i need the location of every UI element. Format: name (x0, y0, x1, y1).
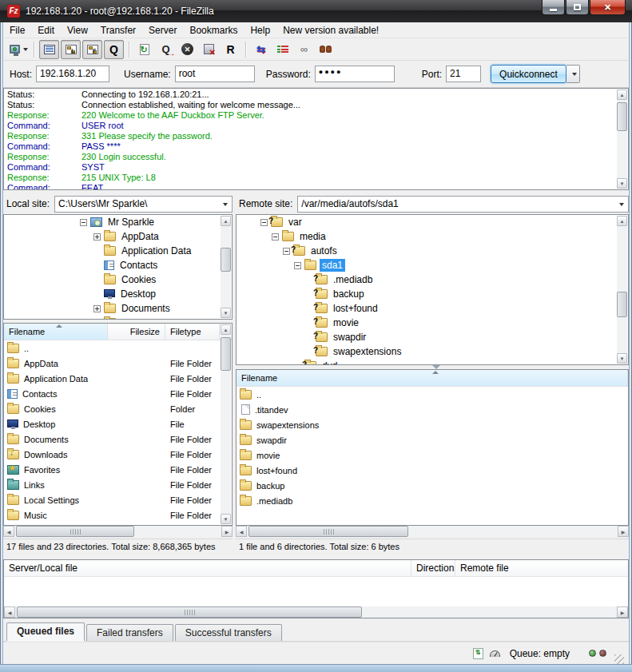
list-item[interactable]: swapextensions (237, 417, 628, 432)
tree-label[interactable]: Mr Sparkle (105, 216, 157, 229)
tree-row[interactable]: Application Data (4, 244, 232, 258)
tree-label[interactable]: Desktop (118, 288, 158, 300)
list-item[interactable]: backup (237, 478, 628, 493)
tree-row[interactable]: var (237, 215, 628, 229)
close-button[interactable]: ✕ (590, 0, 626, 15)
scroll-right-icon[interactable]: ▶ (617, 606, 628, 618)
tree-row[interactable]: Documents (4, 301, 232, 316)
scroll-right-icon[interactable]: ▶ (221, 526, 233, 537)
scrollbar-thumb[interactable] (248, 526, 408, 537)
tab-failed-transfers[interactable]: Failed transfers (86, 624, 173, 641)
collapse-icon[interactable] (283, 248, 290, 255)
scroll-left-icon[interactable]: ◀ (4, 606, 15, 618)
toggle-message-log-button[interactable] (39, 40, 59, 59)
scroll-down-icon[interactable]: ▼ (617, 353, 627, 364)
column-header-filename[interactable]: Filename (237, 370, 628, 386)
menu-item-new-version-available[interactable]: New version available! (276, 23, 385, 38)
maximize-button[interactable] (566, 0, 589, 15)
tree-label[interactable]: AppData (119, 230, 161, 243)
minimize-button[interactable] (542, 0, 565, 15)
tree-row[interactable]: sda1 (237, 258, 628, 272)
quickconnect-button[interactable]: Quickconnect (491, 65, 566, 83)
menu-item-file[interactable]: File (3, 23, 31, 38)
toggle-local-tree-button[interactable]: L (61, 40, 81, 59)
host-input[interactable]: 192.168.1.20 (36, 66, 109, 82)
scroll-up-icon[interactable]: ▲ (221, 324, 231, 335)
remote-tree-scrollbar[interactable]: ▲ ▼ (617, 216, 627, 364)
synchronized-browsing-button[interactable] (272, 40, 292, 59)
list-item[interactable]: LinksFile Folder (4, 477, 232, 492)
tree-label[interactable]: dvd (320, 360, 340, 365)
tree-row[interactable]: Mr Sparkle (4, 215, 232, 229)
list-item[interactable]: AppDataFile Folder (4, 356, 232, 371)
menu-item-view[interactable]: View (61, 23, 94, 38)
process-queue-button[interactable]: Q (156, 40, 176, 59)
local-list-scrollbar[interactable]: ▲ ▼ (221, 324, 231, 524)
remote-path-combo[interactable]: /var/media/autofs/sda1 (297, 196, 629, 213)
quickconnect-dropdown-button[interactable] (566, 65, 580, 83)
tree-row[interactable]: swapdir (237, 330, 628, 344)
tree-label[interactable]: Application Data (119, 245, 193, 257)
collapse-icon[interactable] (260, 219, 268, 226)
collapse-icon[interactable] (80, 219, 87, 226)
resize-grip[interactable] (614, 654, 624, 664)
tree-row[interactable]: .mediadb (237, 272, 628, 287)
scrollbar-thumb[interactable] (617, 292, 627, 317)
list-item[interactable]: MusicFile Folder (4, 507, 232, 523)
username-input[interactable]: root (175, 66, 255, 82)
find-files-button[interactable] (316, 40, 336, 59)
tree-label[interactable]: lost+found (331, 302, 380, 315)
tree-label[interactable]: Cookies (119, 273, 158, 286)
expand-icon[interactable] (93, 233, 101, 241)
tab-queued-files[interactable]: Queued files (6, 622, 85, 641)
toggle-remote-tree-button[interactable]: F (82, 40, 102, 59)
scroll-down-icon[interactable]: ▼ (617, 178, 627, 189)
menu-item-server[interactable]: Server (142, 23, 183, 38)
list-item[interactable]: .titandev (237, 402, 628, 417)
tree-row[interactable]: autofs (237, 244, 628, 258)
collapse-icon[interactable] (294, 262, 301, 269)
tree-label[interactable]: swapdir (331, 331, 368, 344)
list-item[interactable]: ContactsFile Folder (4, 386, 232, 401)
scroll-up-icon[interactable]: ▲ (221, 216, 231, 226)
scroll-up-icon[interactable]: ▲ (617, 89, 627, 100)
scroll-right-icon[interactable]: ▶ (618, 526, 629, 537)
filter-button[interactable]: ∞ (294, 40, 314, 59)
tree-row[interactable]: swapextensions (237, 344, 628, 359)
password-input[interactable]: ●●●● (315, 66, 395, 82)
scroll-down-icon[interactable]: ▼ (221, 308, 231, 318)
reconnect-button[interactable]: R (221, 40, 240, 59)
menu-item-edit[interactable]: Edit (31, 23, 61, 38)
menu-item-bookmarks[interactable]: Bookmarks (183, 23, 244, 38)
list-item[interactable]: lost+found (237, 463, 628, 478)
menu-item-help[interactable]: Help (244, 23, 276, 38)
disconnect-button[interactable] (199, 40, 219, 59)
list-item[interactable]: .. (237, 387, 628, 402)
list-item[interactable]: movie (237, 447, 628, 463)
list-item[interactable]: DocumentsFile Folder (4, 431, 232, 447)
cancel-button[interactable]: ✕ (177, 40, 197, 59)
site-manager-button[interactable] (9, 40, 29, 59)
column-header-filesize[interactable]: Filesize (108, 324, 165, 340)
tree-label[interactable]: backup (331, 288, 367, 300)
title-bar[interactable]: Fz 192.168.1.20 - root@192.168.1.20 - Fi… (0, 0, 632, 22)
scroll-left-icon[interactable]: ◀ (3, 526, 14, 537)
tree-label[interactable]: movie (331, 316, 361, 329)
tree-label[interactable]: Documents (119, 302, 173, 315)
tree-row[interactable]: dvd (237, 359, 628, 365)
scrollbar-thumb[interactable] (221, 248, 231, 272)
tree-label[interactable]: var (286, 216, 304, 229)
tree-row[interactable]: Desktop (4, 287, 232, 301)
list-item[interactable]: swapdir (237, 432, 628, 447)
local-hscrollbar[interactable]: ◀ ▶ (3, 526, 233, 537)
queue-column-header-remote-file[interactable]: Remote file (455, 560, 628, 576)
list-item[interactable]: .mediadb (237, 493, 628, 508)
collapse-icon[interactable] (272, 233, 279, 241)
list-item[interactable]: DesktopFile (4, 416, 232, 431)
tree-row[interactable]: Contacts (4, 258, 232, 272)
remote-hscrollbar[interactable]: ◀ ▶ (236, 526, 629, 537)
tree-label[interactable]: media (297, 230, 328, 243)
scroll-down-icon[interactable]: ▼ (221, 514, 231, 524)
queue-hscrollbar[interactable]: ◀ ▶ (4, 606, 628, 618)
scrollbar-thumb[interactable] (221, 337, 231, 371)
